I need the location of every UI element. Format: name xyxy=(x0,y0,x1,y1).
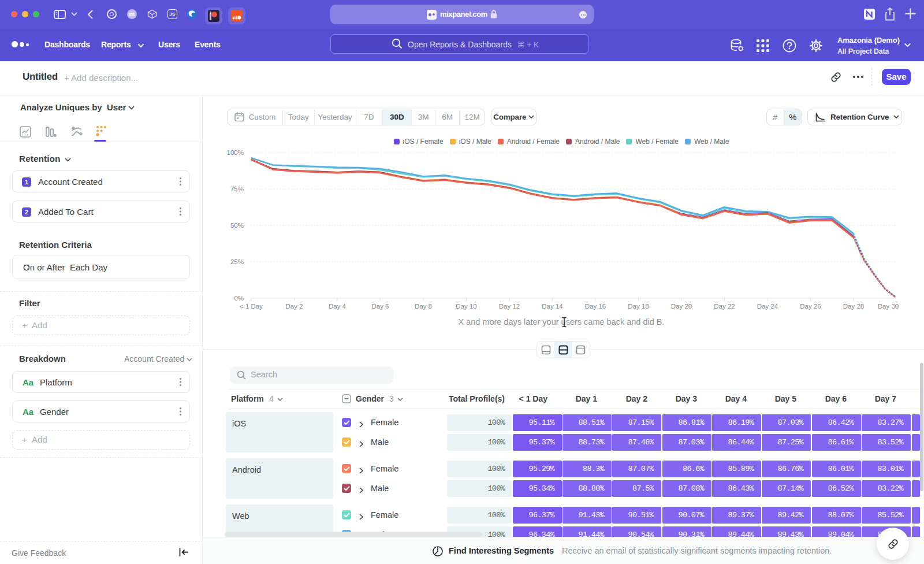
svg-text:50%: 50% xyxy=(230,222,244,229)
svg-text:Day 12: Day 12 xyxy=(499,303,520,310)
svg-text:Day 8: Day 8 xyxy=(415,303,432,310)
svg-text:Day 20: Day 20 xyxy=(671,303,692,310)
svg-text:Day 24: Day 24 xyxy=(757,303,778,310)
svg-text:Day 22: Day 22 xyxy=(714,303,735,310)
svg-text:75%: 75% xyxy=(230,185,244,192)
svg-text:Day 26: Day 26 xyxy=(800,303,821,310)
svg-text:Day 14: Day 14 xyxy=(542,303,563,310)
svg-text:Day 30: Day 30 xyxy=(878,303,899,310)
svg-text:Day 28: Day 28 xyxy=(843,303,864,310)
svg-text:Day 10: Day 10 xyxy=(456,303,476,310)
svg-text:Day 4: Day 4 xyxy=(329,303,346,310)
svg-text:100%: 100% xyxy=(227,149,244,156)
svg-text:Day 2: Day 2 xyxy=(285,303,303,310)
svg-text:0%: 0% xyxy=(234,295,244,302)
svg-text:25%: 25% xyxy=(230,258,244,265)
svg-text:Day 18: Day 18 xyxy=(628,303,649,310)
svg-text:< 1 Day: < 1 Day xyxy=(240,303,263,310)
svg-text:Day 6: Day 6 xyxy=(371,303,389,310)
svg-text:Day 16: Day 16 xyxy=(585,303,606,310)
